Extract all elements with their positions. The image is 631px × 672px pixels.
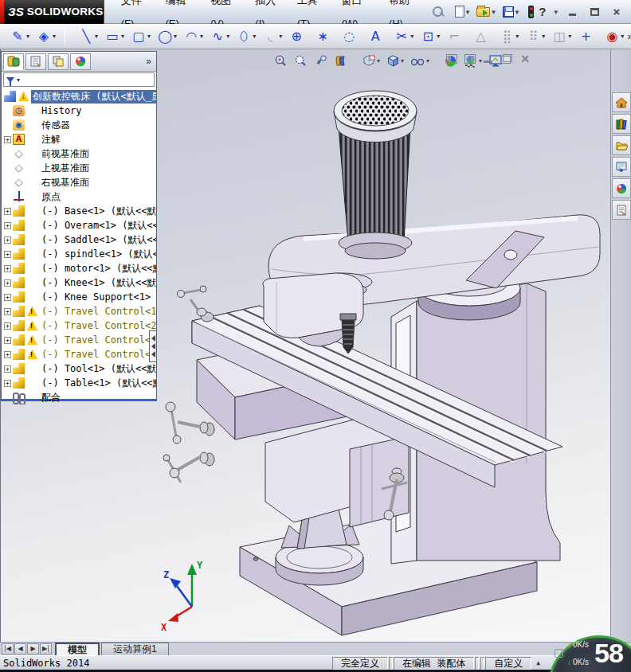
zoom-to-fit-button[interactable] bbox=[272, 53, 290, 69]
tab-configuration-manager[interactable] bbox=[48, 53, 69, 70]
dropdown-caret[interactable]: ▾ bbox=[568, 33, 571, 40]
arc[interactable]: ◠ ▾ bbox=[181, 26, 206, 47]
tree-item[interactable]: + ◷ ! History bbox=[3, 104, 156, 118]
sketch-fillet[interactable]: ◟ ▾ bbox=[260, 26, 284, 47]
document-restore-button[interactable] bbox=[501, 54, 512, 64]
maximize-button[interactable] bbox=[586, 6, 602, 18]
dropdown-caret[interactable]: ▾ bbox=[26, 33, 29, 40]
saddle-crank-lower[interactable] bbox=[163, 452, 214, 483]
tree-item[interactable]: + ! 配合 bbox=[3, 390, 156, 404]
collapse-left-pane-button[interactable] bbox=[446, 54, 457, 64]
tree-item[interactable]: + ◉ ! 传感器 bbox=[3, 118, 156, 132]
panel-overflow-chevron[interactable]: » bbox=[146, 56, 151, 67]
convert-entities[interactable]: ⊡ ▾ bbox=[417, 26, 442, 47]
file-explorer-button[interactable] bbox=[612, 135, 631, 155]
dropdown-caret[interactable]: ▾ bbox=[410, 33, 413, 40]
hide-show-items-button[interactable]: ▾ bbox=[408, 53, 432, 69]
tree-item[interactable]: + ! (-) Saddle<1> (默认<<默认> bbox=[3, 232, 156, 247]
custom-toolbar-badge[interactable]: 自定义 bbox=[485, 657, 531, 670]
tree-expander[interactable]: + bbox=[4, 251, 11, 258]
tree-item[interactable]: + ! (-) Base<1> (默认<<默认>_显 bbox=[3, 204, 156, 218]
tab-nav-button[interactable]: ▶ bbox=[27, 643, 39, 654]
open-document-button[interactable]: ▾ bbox=[474, 5, 498, 19]
toolbar-overflow-chevron[interactable]: » bbox=[627, 30, 631, 42]
tree-item[interactable]: + ! (-) Overam<1> (默认<<默认> bbox=[3, 218, 156, 232]
minimize-button[interactable] bbox=[564, 6, 580, 18]
separator[interactable]: ▾ bbox=[60, 26, 74, 47]
design-library-button[interactable] bbox=[612, 114, 631, 134]
tree-item[interactable]: + ! (-) Tool<1> (默认<<默认>_显 bbox=[3, 361, 156, 376]
home-button[interactable] bbox=[612, 92, 631, 112]
save-button[interactable]: ▾ bbox=[500, 4, 522, 20]
zoom-to-area-button[interactable] bbox=[292, 53, 310, 69]
view-palette-button[interactable] bbox=[612, 157, 631, 177]
dropdown-caret[interactable]: ▾ bbox=[95, 33, 98, 40]
previous-view-button[interactable] bbox=[312, 53, 330, 69]
new-document-button[interactable]: ▾ bbox=[453, 3, 472, 20]
status-expand-arrow[interactable]: ▲ bbox=[536, 659, 540, 666]
tree-expander[interactable]: + bbox=[4, 208, 11, 215]
dropdown-caret[interactable]: ▾ bbox=[121, 33, 124, 40]
smart-dimension[interactable]: ◈ ▾ bbox=[33, 26, 58, 47]
display-relations[interactable]: ∗ ▾ bbox=[312, 26, 337, 47]
view-orientation-button[interactable]: ▾ bbox=[359, 53, 382, 69]
dropdown-caret[interactable]: ▾ bbox=[174, 33, 177, 40]
line[interactable]: ╲ ▾ bbox=[76, 26, 100, 47]
overlay-help-icon[interactable]: ? bbox=[555, 649, 563, 658]
filter-caret[interactable]: ▾ bbox=[17, 76, 20, 84]
tab-feature-tree[interactable] bbox=[3, 53, 24, 70]
trim-entities[interactable]: ✂ ▾ bbox=[391, 26, 416, 47]
tree-root-item[interactable]: ↓ 创新数控铣床 (默认<默认_显 bbox=[3, 89, 156, 104]
selection-box[interactable]: ◌ ▾ bbox=[339, 26, 363, 47]
tab-nav-button[interactable]: |◀ bbox=[2, 643, 14, 654]
spline[interactable]: ∿ ▾ bbox=[207, 26, 232, 47]
appearances-button[interactable] bbox=[612, 178, 631, 198]
help-button[interactable]: ? bbox=[539, 5, 546, 18]
tree-item[interactable]: + ! (-) spindle<1> (默认<<默认 bbox=[3, 247, 156, 261]
spindle-head[interactable] bbox=[263, 273, 372, 346]
dropdown-caret[interactable]: ▾ bbox=[542, 33, 545, 40]
close-button[interactable]: × bbox=[609, 6, 625, 18]
tree-expander[interactable]: + bbox=[4, 380, 11, 387]
tree-filter-box[interactable]: ▾ bbox=[3, 72, 155, 87]
collapse-right-pane-button[interactable] bbox=[464, 54, 476, 64]
sketch[interactable]: ✎ ▾ bbox=[7, 26, 32, 47]
display-style-button[interactable]: ▾ bbox=[384, 53, 406, 69]
tree-item[interactable]: + ! (-) Travel Control<3> ( bbox=[3, 333, 156, 347]
linear-pattern[interactable]: ⣿ ▾ bbox=[496, 26, 521, 47]
tree-item[interactable]: + ◇ ! 前视基准面 bbox=[3, 147, 156, 161]
panel-collapse-flyout[interactable] bbox=[149, 330, 157, 362]
document-minimize-button[interactable] bbox=[483, 54, 494, 64]
tree-item[interactable]: + ◇ ! 右视基准面 bbox=[3, 175, 156, 189]
corner-rectangle[interactable]: ▭ ▾ bbox=[102, 26, 127, 47]
tree-expander[interactable]: + bbox=[4, 351, 11, 358]
table-crank-handle[interactable] bbox=[178, 286, 214, 322]
tree-item[interactable]: + ! (-) Knee Support<1> (默认< bbox=[3, 290, 156, 304]
document-tab[interactable]: 模型 bbox=[55, 643, 100, 655]
dropdown-caret[interactable]: ▾ bbox=[621, 33, 624, 40]
tree-expander[interactable]: + bbox=[4, 294, 11, 301]
tree-item[interactable]: + ! (-) Travel Control<4> ( bbox=[3, 347, 156, 361]
offset-entities[interactable]: ⌐ ▾ bbox=[444, 26, 468, 47]
record-video[interactable]: ◉ ▾ bbox=[602, 26, 626, 47]
tree-item[interactable]: + ! (-) motor<1> (默认<<默认>_ bbox=[3, 261, 156, 275]
tree-expander[interactable]: + bbox=[4, 265, 11, 272]
search-icon[interactable] bbox=[432, 6, 443, 18]
tree-item[interactable]: + ! 原点 bbox=[3, 189, 156, 204]
interference-lights-button[interactable] bbox=[523, 3, 539, 21]
tab-nav-button[interactable]: ▶| bbox=[40, 643, 52, 654]
sketch-alert[interactable]: △ ▾ bbox=[470, 26, 495, 47]
dropdown-caret[interactable]: ▾ bbox=[147, 33, 151, 40]
dropdown-caret[interactable]: ▾ bbox=[437, 33, 440, 40]
tree-expander[interactable]: + bbox=[4, 322, 11, 330]
dropdown-caret[interactable]: ▾ bbox=[226, 33, 229, 40]
document-close-button[interactable]: ✕ bbox=[519, 54, 531, 64]
tree-item[interactable]: + ! (-) Knee<1> (默认<<默认>_显 bbox=[3, 275, 156, 290]
tree-expander[interactable]: + bbox=[4, 236, 11, 244]
circle[interactable]: ◯ ▾ bbox=[155, 26, 179, 47]
move-entities[interactable]: ⠿ ▾ bbox=[523, 26, 547, 47]
dropdown-caret[interactable]: ▾ bbox=[200, 33, 203, 40]
section-view-button[interactable] bbox=[331, 53, 350, 69]
quick-snaps[interactable]: + ▾ bbox=[575, 26, 600, 47]
tab-dimxpert-manager[interactable] bbox=[70, 53, 91, 70]
